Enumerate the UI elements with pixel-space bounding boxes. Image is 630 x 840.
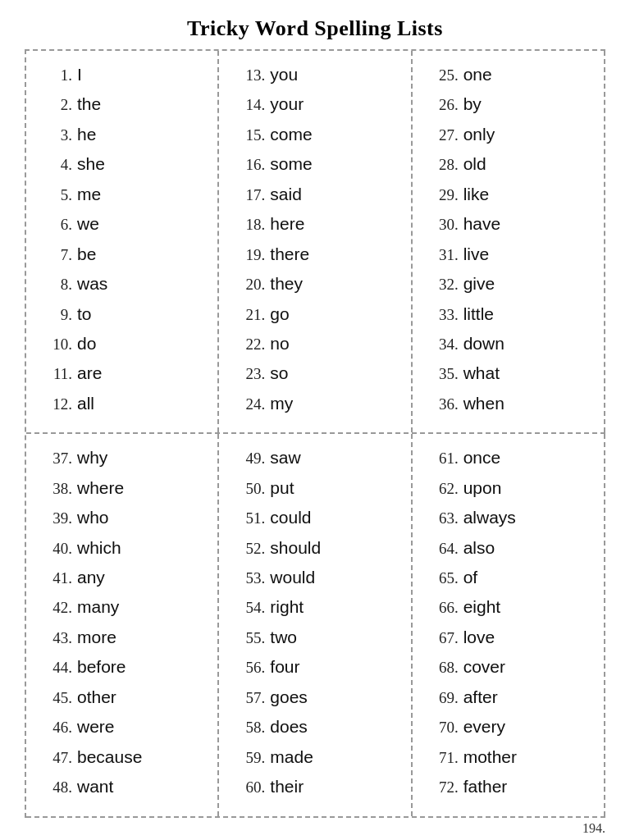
list-item: 29.like (429, 182, 596, 207)
word-text: any (77, 565, 105, 590)
list-item: 41.any (43, 565, 209, 590)
word-text: many (77, 595, 119, 619)
grid-row-1: 37.why38.where39.who40.which41.any42.man… (26, 434, 605, 817)
word-number: 31. (429, 244, 459, 267)
grid-cell-1-1: 49.saw50.put51.could52.should53.would54.… (219, 434, 412, 815)
word-number: 1. (43, 64, 72, 87)
word-number: 45. (43, 687, 72, 710)
list-item: 6.we (43, 212, 209, 236)
word-number: 36. (429, 393, 459, 416)
word-text: are (77, 361, 102, 386)
list-item: 7.be (43, 242, 209, 267)
word-number: 65. (429, 567, 459, 590)
word-text: eight (463, 595, 501, 619)
word-number: 40. (43, 537, 72, 560)
list-item: 2.the (43, 92, 209, 116)
list-item: 16.some (235, 152, 402, 176)
list-item: 65.of (429, 565, 596, 590)
page-number: 194. (582, 821, 605, 836)
list-item: 62.upon (429, 476, 596, 500)
word-number: 18. (235, 213, 265, 236)
word-text: before (77, 655, 126, 679)
list-item: 58.does (235, 714, 402, 739)
word-text: mother (463, 745, 517, 769)
word-text: by (463, 92, 482, 116)
list-item: 69.after (429, 685, 596, 710)
word-number: 25. (429, 64, 459, 87)
list-item: 19.there (235, 242, 402, 267)
list-item: 52.should (235, 536, 402, 560)
list-item: 20.they (235, 272, 402, 296)
word-text: no (270, 331, 289, 356)
word-number: 41. (43, 567, 72, 590)
word-number: 24. (235, 393, 265, 416)
word-number: 53. (235, 567, 265, 590)
word-number: 39. (43, 507, 72, 530)
word-text: here (270, 212, 304, 236)
grid-row-0: 1.I2.the3.he4.she5.me6.we7.be8.was9.to10… (26, 51, 605, 434)
list-item: 70.every (429, 714, 596, 739)
word-number: 17. (235, 184, 265, 207)
word-text: my (270, 391, 293, 416)
word-number: 23. (235, 363, 265, 386)
word-number: 21. (235, 304, 265, 326)
word-text: who (77, 505, 109, 530)
word-number: 12. (43, 393, 72, 416)
word-grid: 1.I2.the3.he4.she5.me6.we7.be8.was9.to10… (25, 49, 605, 818)
word-number: 13. (235, 64, 265, 87)
word-number: 49. (235, 447, 265, 470)
word-number: 58. (235, 716, 265, 739)
grid-cell-1-0: 37.why38.where39.who40.which41.any42.man… (26, 434, 219, 815)
word-number: 33. (429, 304, 459, 326)
word-number: 54. (235, 596, 265, 619)
word-number: 11. (43, 363, 72, 386)
word-number: 10. (43, 333, 72, 356)
word-text: give (463, 272, 495, 296)
list-item: 54.right (235, 595, 402, 619)
word-number: 71. (429, 746, 459, 769)
word-number: 27. (429, 124, 459, 147)
word-text: which (77, 536, 121, 560)
word-number: 43. (43, 627, 72, 650)
word-number: 68. (429, 656, 459, 679)
word-text: was (77, 272, 107, 296)
word-text: would (270, 565, 315, 590)
word-number: 14. (235, 94, 265, 116)
word-number: 29. (429, 184, 459, 207)
word-number: 47. (43, 746, 72, 769)
word-text: only (463, 122, 495, 147)
list-item: 50.put (235, 476, 402, 500)
word-text: when (463, 391, 504, 416)
word-number: 59. (235, 746, 265, 769)
word-number: 34. (429, 333, 459, 356)
list-item: 53.would (235, 565, 402, 590)
list-item: 11.are (43, 361, 209, 386)
word-number: 32. (429, 273, 459, 296)
word-text: put (270, 476, 294, 500)
grid-cell-0-1: 13.you14.your15.come16.some17.said18.her… (219, 51, 412, 432)
word-number: 20. (235, 273, 265, 296)
list-item: 56.four (235, 655, 402, 679)
word-text: of (463, 565, 478, 590)
word-number: 15. (235, 124, 265, 147)
word-text: some (270, 152, 312, 176)
word-text: one (463, 62, 492, 87)
word-text: two (270, 625, 297, 650)
word-number: 22. (235, 333, 265, 356)
word-text: love (463, 625, 495, 650)
word-number: 52. (235, 537, 265, 560)
word-text: we (77, 212, 99, 236)
list-item: 35.what (429, 361, 596, 386)
word-number: 57. (235, 687, 265, 710)
list-item: 13.you (235, 62, 402, 87)
word-number: 4. (43, 153, 72, 176)
word-text: always (463, 505, 516, 530)
word-number: 61. (429, 447, 459, 470)
word-text: should (270, 536, 321, 560)
word-text: me (77, 182, 101, 207)
list-item: 60.their (235, 774, 402, 799)
word-number: 16. (235, 153, 265, 176)
grid-cell-1-2: 61.once62.upon63.always64.also65.of66.ei… (413, 434, 605, 815)
word-number: 30. (429, 213, 459, 236)
word-number: 70. (429, 716, 459, 739)
